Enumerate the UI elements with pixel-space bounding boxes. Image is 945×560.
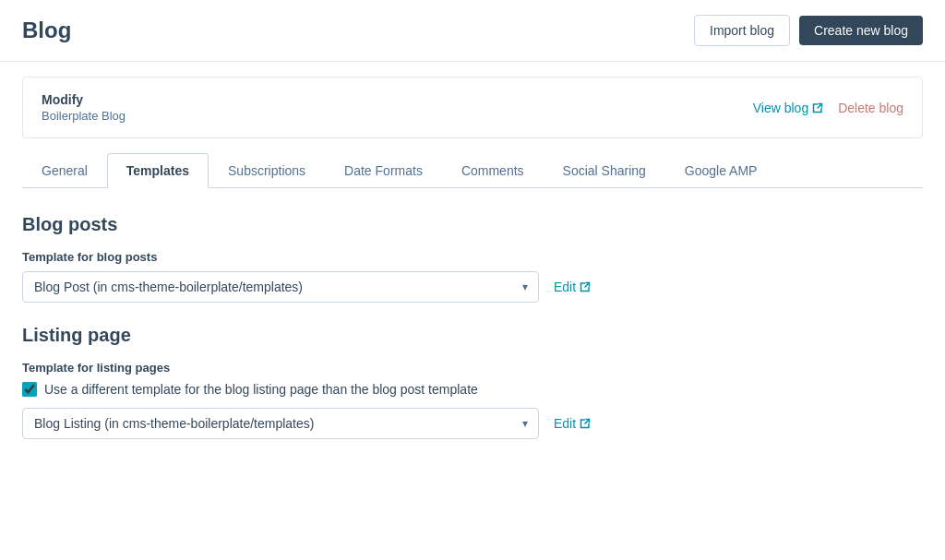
- top-bar-actions: Import blog Create new blog: [694, 15, 923, 46]
- modify-bar: Modify Boilerplate Blog View blog Delete…: [22, 77, 923, 138]
- modify-actions: View blog Delete blog: [753, 101, 903, 115]
- listing-page-select-row: Blog Listing (in cms-theme-boilerplate/t…: [22, 408, 923, 439]
- import-blog-button[interactable]: Import blog: [694, 15, 790, 46]
- blog-posts-select-wrapper: Blog Post (in cms-theme-boilerplate/temp…: [22, 271, 539, 303]
- blog-posts-edit-link[interactable]: Edit: [554, 280, 591, 294]
- edit-external-icon: [580, 281, 591, 292]
- blog-posts-select-row: Blog Post (in cms-theme-boilerplate/temp…: [22, 271, 923, 303]
- blog-posts-section: Blog posts Template for blog posts Blog …: [22, 214, 923, 303]
- content-area: Blog posts Template for blog posts Blog …: [0, 188, 945, 487]
- tab-date-formats[interactable]: Date Formats: [325, 153, 442, 188]
- listing-page-checkbox[interactable]: [22, 382, 37, 397]
- listing-page-select-wrapper: Blog Listing (in cms-theme-boilerplate/t…: [22, 408, 539, 439]
- tabs-container: General Templates Subscriptions Date For…: [22, 153, 923, 188]
- modify-title: Modify: [42, 92, 126, 107]
- tab-google-amp[interactable]: Google AMP: [665, 153, 777, 188]
- external-link-icon: [812, 102, 823, 113]
- listing-page-section: Listing page Template for listing pages …: [22, 325, 923, 439]
- tab-comments[interactable]: Comments: [442, 153, 544, 188]
- modify-subtitle: Boilerplate Blog: [42, 109, 126, 123]
- blog-posts-field-label: Template for blog posts: [22, 250, 923, 264]
- page-title: Blog: [22, 18, 71, 43]
- blog-posts-template-select[interactable]: Blog Post (in cms-theme-boilerplate/temp…: [22, 271, 539, 303]
- tab-subscriptions[interactable]: Subscriptions: [209, 153, 325, 188]
- listing-page-edit-link[interactable]: Edit: [554, 416, 591, 431]
- blog-posts-heading: Blog posts: [22, 214, 923, 235]
- tab-templates[interactable]: Templates: [107, 153, 209, 188]
- tab-general[interactable]: General: [22, 153, 107, 188]
- view-blog-link[interactable]: View blog: [753, 101, 823, 115]
- listing-page-checkbox-row: Use a different template for the blog li…: [22, 382, 923, 397]
- top-bar: Blog Import blog Create new blog: [0, 0, 945, 62]
- create-new-blog-button[interactable]: Create new blog: [799, 16, 923, 45]
- tab-social-sharing[interactable]: Social Sharing: [544, 153, 665, 188]
- modify-info: Modify Boilerplate Blog: [42, 92, 126, 123]
- listing-edit-external-icon: [580, 418, 591, 429]
- delete-blog-link[interactable]: Delete blog: [838, 101, 903, 115]
- listing-page-template-select[interactable]: Blog Listing (in cms-theme-boilerplate/t…: [22, 408, 539, 439]
- listing-page-field-label: Template for listing pages: [22, 361, 923, 375]
- listing-page-heading: Listing page: [22, 325, 923, 346]
- listing-page-checkbox-label: Use a different template for the blog li…: [44, 382, 478, 397]
